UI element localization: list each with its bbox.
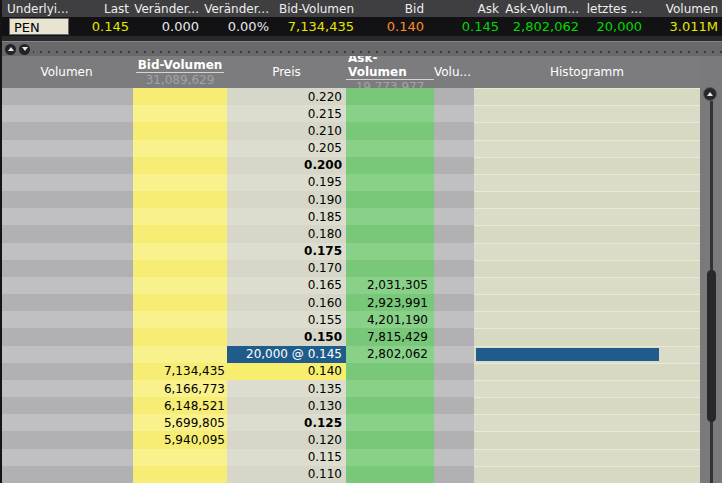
price-cell[interactable]: 0.200 [227, 157, 346, 174]
bid-volume-cell[interactable] [133, 140, 227, 157]
ask-volume-cell[interactable] [346, 414, 434, 431]
ask-volume-cell[interactable]: 2,802,062 [346, 346, 434, 363]
column-header-bid-volume[interactable]: Bid-Volumen 31,089,629 [133, 56, 227, 88]
column-header-ask-volume[interactable]: Ask-Volumen 19,773,977 [346, 56, 434, 88]
ask-volume-cell[interactable]: 2,031,305 [346, 277, 434, 294]
ask-volume-cell[interactable] [346, 191, 434, 208]
bid-volume-cell[interactable] [133, 157, 227, 174]
price-cell[interactable]: 0.160 [227, 294, 346, 311]
bid-volume-cell[interactable] [133, 277, 227, 294]
ask-volume-cell[interactable] [346, 260, 434, 277]
price-cell[interactable]: 0.210 [227, 122, 346, 139]
bid-volume-cell[interactable] [133, 174, 227, 191]
vertical-scrollbar[interactable] [700, 56, 722, 483]
drag-handle-dots[interactable] [33, 42, 722, 56]
quote-column-header[interactable]: Bid-Volumen [273, 2, 358, 16]
bid-volume-cell[interactable] [133, 225, 227, 242]
bid-volume-cell[interactable] [133, 328, 227, 345]
price-cell[interactable]: 20,000 @ 0.145 [227, 346, 346, 363]
quote-column-header[interactable]: Volumen [646, 2, 722, 16]
ask-volume-cell[interactable] [346, 225, 434, 242]
bid-volume-cell[interactable] [133, 191, 227, 208]
price-cell[interactable]: 0.120 [227, 431, 346, 448]
price-cell[interactable]: 0.155 [227, 311, 346, 328]
bid-volume-cell[interactable] [133, 260, 227, 277]
column-header-price[interactable]: Preis [227, 56, 346, 88]
volume2-cell [434, 225, 474, 242]
ask-volume-cell[interactable] [346, 363, 434, 380]
volume2-cell [434, 294, 474, 311]
volume2-cell [434, 105, 474, 122]
bid-volume-cell[interactable]: 5,699,805 [133, 414, 227, 431]
histogram-cell [474, 277, 700, 294]
column-header-volume2[interactable]: Volu... [434, 56, 474, 88]
bid-volume-cell[interactable] [133, 88, 227, 105]
quote-column-header[interactable]: Veränder... [133, 2, 203, 16]
price-cell[interactable]: 0.115 [227, 449, 346, 466]
ask-volume-cell[interactable] [346, 122, 434, 139]
bid-volume-cell[interactable] [133, 243, 227, 260]
price-cell[interactable]: 0.135 [227, 380, 346, 397]
bid-volume-cell[interactable] [133, 449, 227, 466]
quote-column-header[interactable]: letztes ... [583, 2, 646, 16]
bid-volume-cell[interactable] [133, 122, 227, 139]
bid-volume-cell[interactable] [133, 105, 227, 122]
price-cell[interactable]: 0.125 [227, 414, 346, 431]
bid-volume-cell[interactable] [133, 346, 227, 363]
ask-volume-cell[interactable] [346, 140, 434, 157]
ask-volume-cell[interactable] [346, 208, 434, 225]
quote-column-header[interactable]: Last [75, 2, 133, 16]
ask-volume-cell[interactable] [346, 88, 434, 105]
bid-volume-cell[interactable] [133, 208, 227, 225]
ask-volume-cell[interactable] [346, 174, 434, 191]
column-header-volume[interactable]: Volumen [0, 56, 133, 88]
bid-volume-cell[interactable]: 7,134,435 [133, 363, 227, 380]
scroll-down-button[interactable] [19, 44, 30, 55]
scrollbar-thumb[interactable] [707, 270, 716, 422]
quote-column-header[interactable]: Ask [428, 2, 503, 16]
price-cell[interactable]: 0.130 [227, 397, 346, 414]
price-cell[interactable]: 0.215 [227, 105, 346, 122]
ask-volume-cell[interactable] [346, 449, 434, 466]
ask-volume-cell[interactable] [346, 466, 434, 483]
ask-volume-cell[interactable] [346, 243, 434, 260]
price-cell[interactable]: 0.180 [227, 225, 346, 242]
price-cell[interactable]: 0.150 [227, 328, 346, 345]
quote-column-header[interactable]: Bid [358, 2, 428, 16]
quote-column-header[interactable]: Veränder... [203, 2, 273, 16]
price-cell[interactable]: 0.170 [227, 260, 346, 277]
ask-volume-cell[interactable] [346, 157, 434, 174]
bid-volume-total: 31,089,629 [144, 73, 217, 87]
ask-volume-cell[interactable] [346, 380, 434, 397]
price-cell[interactable]: 0.220 [227, 88, 346, 105]
ask-volume-cell[interactable] [346, 105, 434, 122]
price-cell[interactable]: 0.205 [227, 140, 346, 157]
bid-volume-cell[interactable] [133, 294, 227, 311]
ask-volume-cell[interactable] [346, 431, 434, 448]
bid-volume-cell[interactable]: 6,148,521 [133, 397, 227, 414]
price-cell[interactable]: 0.190 [227, 191, 346, 208]
price-cell[interactable]: 0.140 [227, 363, 346, 380]
bid-volume-cell[interactable] [133, 466, 227, 483]
price-cell[interactable]: 0.195 [227, 174, 346, 191]
quote-value: 0.140 [358, 19, 428, 34]
price-cell[interactable]: 0.175 [227, 243, 346, 260]
scroll-up-button[interactable] [5, 44, 16, 55]
ask-volume-cell[interactable]: 4,201,190 [346, 311, 434, 328]
ask-volume-cell[interactable]: 2,923,991 [346, 294, 434, 311]
bid-volume-cell[interactable] [133, 311, 227, 328]
bid-volume-cell[interactable]: 5,940,095 [133, 431, 227, 448]
price-cell[interactable]: 0.110 [227, 466, 346, 483]
dom-trading-window: Underlyi...LastVeränder...Veränder...Bid… [0, 0, 722, 483]
bid-volume-cell[interactable]: 6,166,773 [133, 380, 227, 397]
quote-column-header[interactable]: Ask-Volum... [503, 2, 583, 16]
quote-column-header[interactable]: Underlyi... [0, 2, 75, 16]
symbol-field[interactable]: PEN [9, 18, 69, 35]
column-header-histogram[interactable]: Histogramm [474, 56, 700, 88]
ladder-row: 0.190 [0, 191, 700, 208]
price-cell[interactable]: 0.185 [227, 208, 346, 225]
scrollbar-up-button[interactable] [703, 87, 717, 101]
ask-volume-cell[interactable] [346, 397, 434, 414]
ask-volume-cell[interactable]: 7,815,429 [346, 328, 434, 345]
price-cell[interactable]: 0.165 [227, 277, 346, 294]
